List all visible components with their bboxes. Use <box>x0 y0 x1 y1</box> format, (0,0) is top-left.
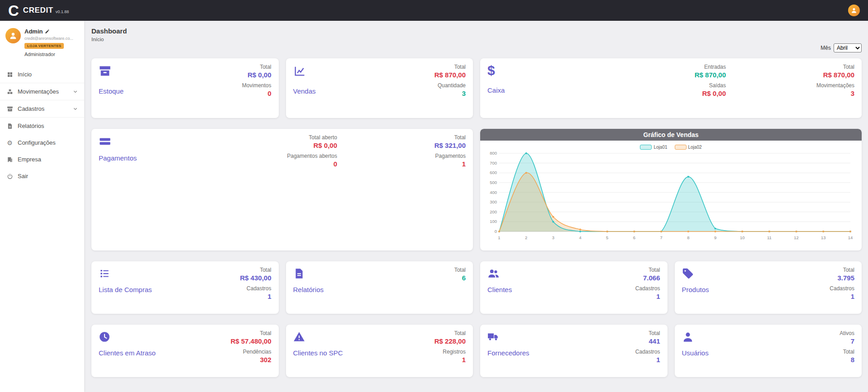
stat-label: Cadastros <box>635 285 660 292</box>
stat-total: Total 8 <box>839 349 854 364</box>
card-estoque: Estoque Total R$ 0,00 Movimentos 0 <box>91 58 279 118</box>
single-user-icon <box>682 331 694 343</box>
stat-value: R$ 321,00 <box>434 142 466 149</box>
dollar-icon: $ <box>487 65 495 76</box>
card-fornecedores: Fornecedores Total 441 Cadastros 1 <box>480 325 668 377</box>
svg-text:600: 600 <box>490 170 497 175</box>
sidebar-item-cadastros[interactable]: Cadastros <box>0 100 84 118</box>
stat-label: Movimentos <box>242 82 272 89</box>
profile-section: Admin credit@anronsoftware.co... LOJA VE… <box>0 28 84 60</box>
fornecedores-icon <box>487 331 499 343</box>
stat-cadastros: Cadastros 1 <box>635 285 660 300</box>
stat-label: Total <box>454 267 466 273</box>
stat-value: 8 <box>839 356 854 364</box>
stat-value: R$ 0,00 <box>242 71 272 79</box>
month-select[interactable]: Abril <box>834 43 862 52</box>
stat-value: 1 <box>434 356 466 364</box>
card-clientes-spc-title[interactable]: Clientes no SPC <box>293 349 343 357</box>
stat-value: R$ 870,00 <box>695 71 726 79</box>
profile-info: Admin credit@anronsoftware.co... LOJA VE… <box>24 28 73 57</box>
stat-label: Entradas <box>695 64 726 70</box>
card-caixa-title[interactable]: Caixa <box>487 86 505 94</box>
sidebar-item-empresa[interactable]: Empresa <box>0 151 84 168</box>
svg-text:300: 300 <box>490 199 497 204</box>
stat-value: 441 <box>635 337 660 345</box>
stat-value: R$ 0,00 <box>287 142 337 149</box>
stat-entradas: Entradas R$ 870,00 <box>695 64 726 79</box>
stat-label: Total <box>839 349 854 355</box>
stat-label: Total <box>230 330 271 336</box>
profile-avatar[interactable] <box>5 28 21 43</box>
stat-label: Quantidade <box>434 82 466 89</box>
svg-text:2: 2 <box>525 235 527 240</box>
card-vendas-title[interactable]: Vendas <box>293 87 316 95</box>
sidebar-item-movimentacoes[interactable]: Movimentações <box>0 83 84 100</box>
card-estoque-title[interactable]: Estoque <box>99 87 124 95</box>
legend-label: Loja01 <box>653 145 667 150</box>
card-pagamentos: Pagamentos Total aberto R$ 0,00 Pagament… <box>91 129 473 250</box>
list-icon <box>99 268 110 279</box>
stat-movimentos: Movimentos 0 <box>242 82 272 97</box>
stat-value: 1 <box>240 293 271 300</box>
stat-value: 7 <box>839 337 854 345</box>
stat-value: 0 <box>287 160 337 168</box>
month-label: Mês <box>820 45 831 51</box>
stat-label: Movimentações <box>816 82 854 89</box>
card-relatorios-title[interactable]: Relatórios <box>293 286 324 293</box>
svg-text:4: 4 <box>579 235 581 240</box>
stat-cadastros: Cadastros 1 <box>635 349 660 364</box>
card-clientes-atraso-title[interactable]: Clientes em Atraso <box>99 349 156 357</box>
sidebar-item-configuracoes[interactable]: ⚙ Configurações <box>0 134 84 151</box>
sidebar-item-relatorios[interactable]: Relatórios <box>0 118 84 134</box>
payments-card-icon <box>99 135 111 148</box>
card-pagamentos-title[interactable]: Pagamentos <box>99 154 137 162</box>
sidebar-item-inicio[interactable]: Início <box>0 66 84 83</box>
card-clientes-title[interactable]: Clientes <box>487 286 512 293</box>
sidebar-item-label: Movimentações <box>18 88 59 95</box>
user-icon <box>851 7 857 14</box>
stat-value: R$ 0,00 <box>695 90 726 97</box>
sidebar-item-label: Cadastros <box>18 105 44 112</box>
user-avatar[interactable] <box>848 5 860 16</box>
stat-label: Total <box>635 330 660 336</box>
stat-total-aberto: Total aberto R$ 0,00 <box>287 134 337 149</box>
stat-value: 302 <box>230 356 271 364</box>
legend-item-loja01[interactable]: Loja01 <box>640 145 667 150</box>
stat-label: Total <box>434 330 466 336</box>
edit-profile-icon[interactable] <box>45 29 50 34</box>
svg-text:5: 5 <box>606 235 608 240</box>
stat-value: R$ 228,00 <box>434 337 466 345</box>
card-produtos-title[interactable]: Produtos <box>682 286 709 293</box>
brand-name: CREDIT <box>23 6 53 15</box>
stat-label: Cadastros <box>830 285 854 292</box>
sidebar-item-label: Início <box>18 71 32 78</box>
sidebar-item-sair[interactable]: Sair <box>0 168 84 184</box>
card-clientes: Clientes Total 7.066 Cadastros 1 <box>480 261 668 314</box>
stat-label: Cadastros <box>635 349 660 355</box>
sidebar-item-label: Configurações <box>18 139 56 146</box>
stat-value: 0 <box>242 90 272 97</box>
card-fornecedores-title[interactable]: Fornecedores <box>487 349 529 357</box>
svg-text:800: 800 <box>490 151 497 156</box>
stat-label: Total aberto <box>287 134 337 141</box>
stat-value: R$ 870,00 <box>434 71 466 79</box>
stat-value: 6 <box>454 274 466 282</box>
legend-item-loja02[interactable]: Loja02 <box>675 145 702 150</box>
users-icon <box>487 268 499 279</box>
stat-total: Total 3.795 <box>830 267 854 282</box>
chevron-down-icon <box>73 106 78 111</box>
stat-value: 1 <box>830 293 854 300</box>
card-usuarios-title[interactable]: Usuários <box>682 349 709 357</box>
main-content: Dashboard Início Mês Abril Estoque Total <box>84 21 868 392</box>
stat-total: Total R$ 870,00 <box>816 64 854 79</box>
stat-total: Total 7.066 <box>635 267 660 282</box>
stat-total: Total 441 <box>635 330 660 345</box>
card-lista-compras-title[interactable]: Lista de Compras <box>99 286 152 293</box>
stat-total: Total R$ 57.480,00 <box>230 330 271 345</box>
svg-text:3: 3 <box>552 235 554 240</box>
svg-text:1: 1 <box>498 235 500 240</box>
svg-text:200: 200 <box>490 209 497 214</box>
stat-value: 3.795 <box>830 274 854 282</box>
stat-value: 3 <box>434 90 466 97</box>
svg-text:6: 6 <box>633 235 635 240</box>
